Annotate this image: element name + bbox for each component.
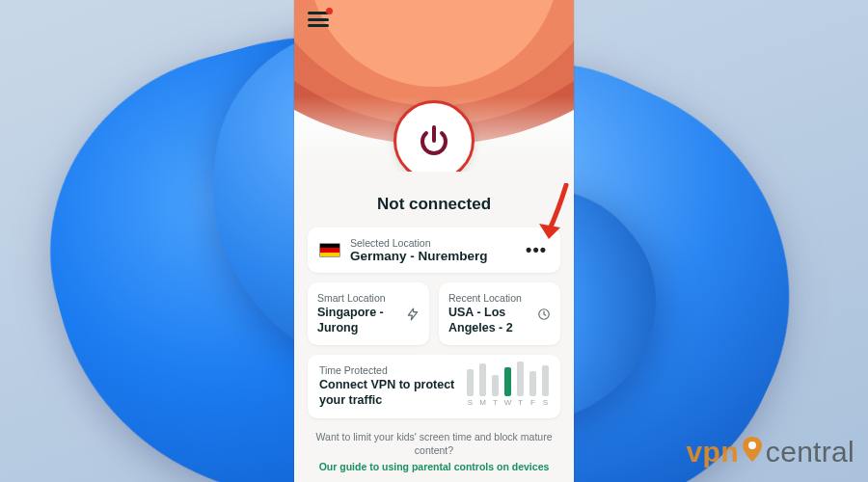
promo-link[interactable]: Our guide to using parental controls on … <box>313 461 555 472</box>
day-bar-label: F <box>530 398 535 407</box>
content-area: Selected Location Germany - Nuremberg ••… <box>294 228 574 482</box>
day-bar: M <box>479 363 486 407</box>
notification-dot-icon <box>326 8 333 14</box>
smart-location-card[interactable]: Smart Location Singapore - Jurong <box>308 282 429 345</box>
hero-area <box>294 0 574 172</box>
day-bar: W <box>504 367 511 407</box>
clock-icon <box>535 306 553 323</box>
promo-block: Want to limit your kids' screen time and… <box>308 430 560 472</box>
day-bar-label: T <box>493 398 498 407</box>
selected-location-label: Selected Location <box>350 237 514 249</box>
germany-flag-icon <box>319 243 340 257</box>
watermark-text-vpn: vpn <box>687 436 739 469</box>
svg-point-1 <box>748 442 756 449</box>
lightning-icon <box>404 306 421 323</box>
smart-location-label: Smart Location <box>317 292 420 304</box>
day-bar-label: T <box>518 398 523 407</box>
desktop-background: Not connected Selected Location Germany … <box>0 0 868 482</box>
watermark-text-central: central <box>766 436 854 469</box>
recent-location-card[interactable]: Recent Location USA - Los Angeles - 2 <box>439 282 560 345</box>
map-pin-icon <box>743 437 762 466</box>
time-protected-card[interactable]: Time Protected Connect VPN to protect yo… <box>308 355 560 417</box>
selected-location-card[interactable]: Selected Location Germany - Nuremberg ••… <box>308 228 560 273</box>
time-protected-message: Connect VPN to protect your traffic <box>319 378 455 408</box>
connect-button[interactable] <box>393 100 475 172</box>
day-bar: S <box>467 369 474 407</box>
day-bar-label: W <box>504 398 512 407</box>
more-icon: ••• <box>526 240 547 259</box>
menu-button[interactable] <box>308 12 329 27</box>
promo-question: Want to limit your kids' screen time and… <box>313 430 555 457</box>
day-bar: T <box>492 375 499 407</box>
day-bar-label: M <box>479 398 486 407</box>
watermark-logo: vpn central <box>687 436 854 469</box>
more-options-button[interactable]: ••• <box>524 238 549 262</box>
day-bar: S <box>542 365 549 407</box>
time-protected-label: Time Protected <box>319 364 455 376</box>
day-bar: T <box>517 362 524 407</box>
vpn-app-window: Not connected Selected Location Germany … <box>294 0 574 482</box>
selected-location-value: Germany - Nuremberg <box>350 249 514 263</box>
day-bar-label: S <box>468 398 473 407</box>
day-bar: F <box>529 371 536 407</box>
power-icon <box>415 121 453 160</box>
weekly-bars: SMTWTFS <box>467 366 549 407</box>
day-bar-label: S <box>543 398 548 407</box>
connection-status: Not connected <box>294 195 574 214</box>
recent-location-label: Recent Location <box>448 292 551 304</box>
